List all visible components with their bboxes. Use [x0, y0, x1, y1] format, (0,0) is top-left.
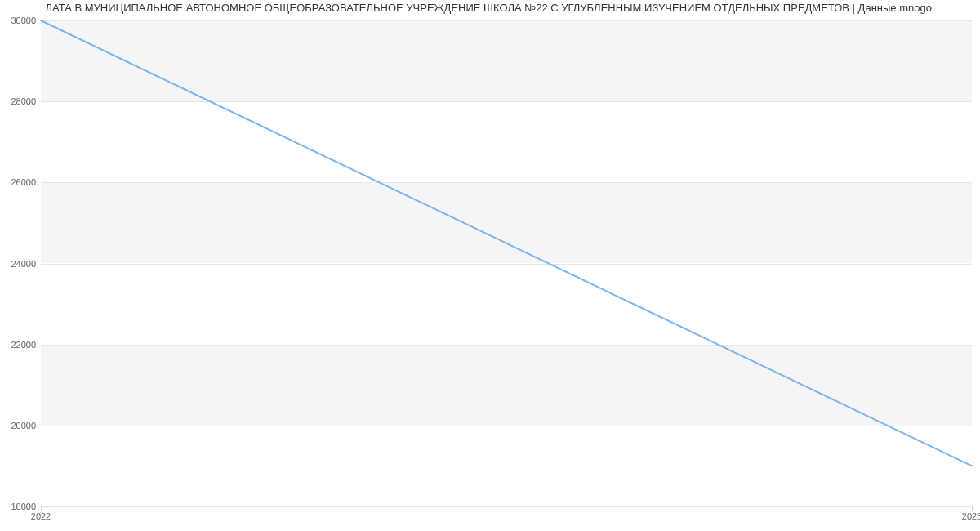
chart-title: ЛАТА В МУНИЦИПАЛЬНОЕ АВТОНОМНОЕ ОБЩЕОБРА…: [0, 2, 980, 14]
y-axis-tick: 26000: [11, 177, 36, 187]
x-axis-tick: 2023: [962, 511, 980, 521]
y-axis-tick: 30000: [11, 16, 36, 25]
y-axis-tick: 28000: [11, 96, 36, 106]
y-axis-tick: 20000: [11, 421, 36, 431]
data-series-line: [41, 20, 972, 466]
y-axis-tick: 22000: [11, 340, 36, 350]
chart-container: ЛАТА В МУНИЦИПАЛЬНОЕ АВТОНОМНОЕ ОБЩЕОБРА…: [0, 0, 980, 531]
x-axis-tick: 2022: [31, 511, 51, 521]
chart-line-svg: [41, 20, 972, 506]
grid-line: [41, 506, 972, 507]
y-axis-tick: 24000: [11, 259, 36, 269]
y-axis-tick: 18000: [11, 502, 36, 511]
plot-area: 30000 28000 26000 24000 22000 20000 1800…: [41, 20, 972, 506]
